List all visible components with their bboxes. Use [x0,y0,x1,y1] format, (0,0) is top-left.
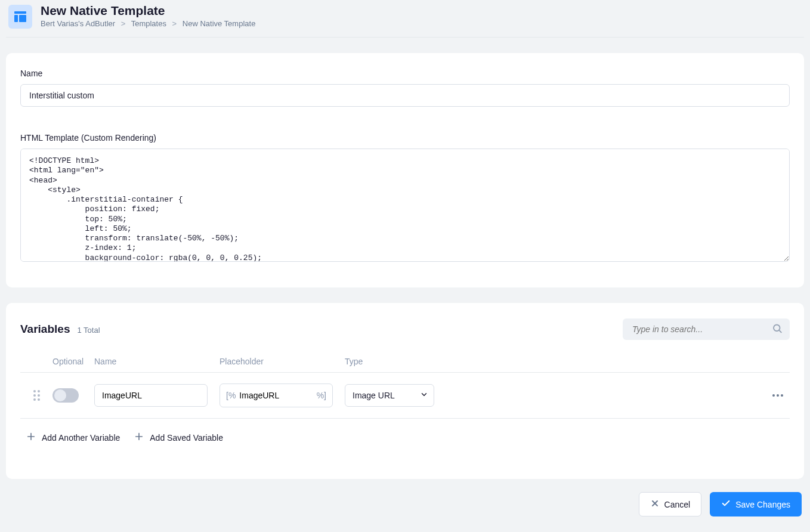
column-name: Name [94,357,219,366]
svg-rect-1 [14,15,18,22]
svg-rect-2 [19,15,26,22]
html-template-label: HTML Template (Custom Rendering) [20,133,790,143]
breadcrumb-separator: > [172,19,177,28]
name-input[interactable] [20,84,790,107]
svg-rect-0 [14,11,26,14]
plus-icon [26,432,36,443]
html-template-textarea[interactable] [20,149,790,262]
cancel-label: Cancel [664,500,691,509]
plus-icon [134,432,144,443]
breadcrumb-templates[interactable]: Templates [131,19,166,28]
variable-placeholder-input-wrap: [% %] [219,383,333,407]
search-input[interactable] [623,318,790,340]
column-type: Type [345,357,440,366]
add-saved-variable-button[interactable]: Add Saved Variable [134,432,223,443]
page-title: New Native Template [41,4,255,18]
add-another-label: Add Another Variable [42,433,120,443]
check-icon [721,499,731,510]
breadcrumb: Bert Varias's AdButler > Templates > New… [41,19,255,28]
placeholder-suffix: %] [317,391,326,400]
add-saved-label: Add Saved Variable [150,433,223,443]
name-label: Name [20,69,790,78]
drag-handle[interactable] [20,390,52,401]
optional-toggle[interactable] [52,388,79,403]
placeholder-prefix: [% [226,391,236,400]
variable-placeholder-input[interactable] [236,391,316,400]
breadcrumb-separator: > [121,19,126,28]
variables-count: 1 Total [77,326,100,335]
breadcrumb-current: New Native Template [183,19,256,28]
column-placeholder: Placeholder [219,357,345,366]
template-form-card: Name HTML Template (Custom Rendering) [6,53,804,287]
variables-table-header: Optional Name Placeholder Type [20,351,790,373]
svg-line-4 [779,330,781,332]
variables-search [623,318,790,340]
page-header: New Native Template Bert Varias's AdButl… [6,0,804,38]
save-button[interactable]: Save Changes [710,492,802,516]
close-icon [650,499,660,510]
search-icon [772,323,783,336]
column-optional: Optional [52,357,94,366]
table-row: [% %] Image URL [20,373,790,419]
row-menu-button[interactable] [766,394,790,397]
variables-card: Variables 1 Total Optional Name Placehol… [6,303,804,479]
template-icon [8,5,32,29]
footer-actions: Cancel Save Changes [6,479,804,516]
cancel-button[interactable]: Cancel [639,492,702,516]
save-label: Save Changes [735,500,790,509]
variables-title: Variables [20,323,70,336]
breadcrumb-home[interactable]: Bert Varias's AdButler [41,19,115,28]
variable-type-select[interactable]: Image URL [345,384,434,407]
add-another-variable-button[interactable]: Add Another Variable [26,432,120,443]
variable-name-input[interactable] [94,384,208,407]
